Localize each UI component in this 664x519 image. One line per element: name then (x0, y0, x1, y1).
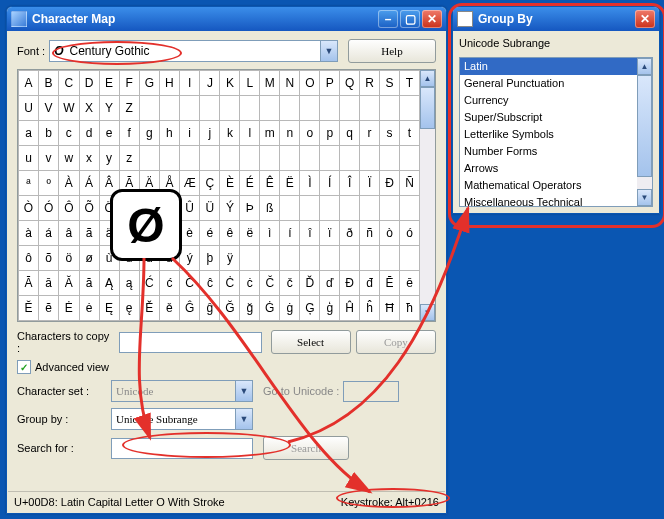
char-cell[interactable]: y (99, 146, 119, 171)
char-cell[interactable]: ĕ (39, 296, 59, 321)
char-cell[interactable]: I (179, 71, 200, 96)
scroll-up-icon[interactable]: ▲ (420, 70, 435, 87)
char-cell[interactable]: k (220, 121, 240, 146)
char-cell[interactable]: ì (260, 221, 280, 246)
char-cell[interactable]: ħ (399, 296, 419, 321)
char-cell[interactable]: Z (119, 96, 139, 121)
char-cell[interactable]: J (200, 71, 220, 96)
char-cell[interactable]: Û (179, 196, 200, 221)
char-cell[interactable]: H (159, 71, 179, 96)
list-item[interactable]: Super/Subscript (460, 109, 652, 126)
char-cell[interactable]: e (99, 121, 119, 146)
char-cell[interactable]: ğ (240, 296, 260, 321)
char-cell[interactable]: b (39, 121, 59, 146)
char-cell[interactable] (399, 96, 419, 121)
char-cell[interactable] (240, 246, 260, 271)
char-cell[interactable]: Y (99, 96, 119, 121)
char-cell[interactable] (300, 196, 320, 221)
char-cell[interactable]: Ç (200, 171, 220, 196)
copy-button[interactable]: Copy (356, 330, 436, 354)
char-cell[interactable]: w (59, 146, 79, 171)
scroll-down-icon[interactable]: ▼ (420, 304, 435, 321)
scroll-down-icon[interactable]: ▼ (637, 189, 652, 206)
titlebar[interactable]: Group By ✕ (453, 7, 659, 31)
char-cell[interactable]: X (79, 96, 99, 121)
char-cell[interactable]: o (300, 121, 320, 146)
char-cell[interactable]: p (320, 121, 340, 146)
char-cell[interactable]: Ă (59, 271, 79, 296)
char-cell[interactable]: Ì (300, 171, 320, 196)
char-cell[interactable]: Ā (19, 271, 39, 296)
char-cell[interactable]: l (240, 121, 260, 146)
char-cell[interactable] (260, 146, 280, 171)
char-cell[interactable]: ď (320, 271, 340, 296)
char-cell[interactable]: Ê (260, 171, 280, 196)
char-cell[interactable]: Ģ (300, 296, 320, 321)
char-cell[interactable]: Ý (220, 196, 240, 221)
advanced-view-checkbox[interactable]: ✓ Advanced view (17, 360, 109, 374)
char-cell[interactable]: ø (79, 246, 99, 271)
char-cell[interactable]: Ó (39, 196, 59, 221)
char-cell[interactable]: i (179, 121, 200, 146)
char-cell[interactable]: Í (320, 171, 340, 196)
list-item[interactable]: Currency (460, 92, 652, 109)
char-cell[interactable]: A (19, 71, 39, 96)
char-cell[interactable]: c (59, 121, 79, 146)
char-cell[interactable] (360, 196, 380, 221)
char-cell[interactable]: ý (179, 246, 200, 271)
char-cell[interactable]: Î (340, 171, 360, 196)
char-cell[interactable]: Ĥ (340, 296, 360, 321)
char-cell[interactable]: v (39, 146, 59, 171)
search-input[interactable] (111, 438, 253, 459)
char-cell[interactable]: Q (340, 71, 360, 96)
char-cell[interactable]: Æ (179, 171, 200, 196)
char-cell[interactable]: Đ (340, 271, 360, 296)
char-cell[interactable]: Ę (99, 296, 119, 321)
char-cell[interactable]: E (99, 71, 119, 96)
char-cell[interactable] (280, 246, 300, 271)
char-cell[interactable] (340, 146, 360, 171)
char-cell[interactable]: ă (79, 271, 99, 296)
char-cell[interactable] (220, 146, 240, 171)
char-cell[interactable]: d (79, 121, 99, 146)
char-cell[interactable] (240, 146, 260, 171)
char-cell[interactable]: S (380, 71, 400, 96)
char-cell[interactable] (200, 96, 220, 121)
char-cell[interactable]: č (280, 271, 300, 296)
char-cell[interactable]: B (39, 71, 59, 96)
minimize-button[interactable]: – (378, 10, 398, 28)
char-cell[interactable] (179, 146, 200, 171)
char-cell[interactable] (320, 146, 340, 171)
char-cell[interactable] (320, 196, 340, 221)
list-item[interactable]: Number Forms (460, 143, 652, 160)
list-scrollbar[interactable]: ▲ ▼ (637, 58, 652, 206)
char-cell[interactable]: ÿ (220, 246, 240, 271)
char-cell[interactable] (220, 96, 240, 121)
char-cell[interactable] (280, 146, 300, 171)
char-cell[interactable]: R (360, 71, 380, 96)
char-cell[interactable] (399, 196, 419, 221)
char-cell[interactable]: ě (159, 296, 179, 321)
char-cell[interactable]: Ñ (399, 171, 419, 196)
list-item[interactable]: Miscellaneous Technical (460, 194, 652, 207)
char-cell[interactable]: C (59, 71, 79, 96)
char-cell[interactable]: Ą (99, 271, 119, 296)
char-cell[interactable]: Ć (139, 271, 159, 296)
char-cell[interactable]: ę (119, 296, 139, 321)
char-cell[interactable]: Õ (79, 196, 99, 221)
search-button[interactable]: Search (263, 436, 349, 460)
char-cell[interactable] (380, 246, 400, 271)
char-cell[interactable]: Ð (380, 171, 400, 196)
char-cell[interactable] (280, 96, 300, 121)
char-cell[interactable]: É (240, 171, 260, 196)
char-cell[interactable]: º (39, 171, 59, 196)
char-cell[interactable]: s (380, 121, 400, 146)
char-cell[interactable] (300, 96, 320, 121)
char-cell[interactable]: Ò (19, 196, 39, 221)
char-cell[interactable]: î (300, 221, 320, 246)
char-cell[interactable]: þ (200, 246, 220, 271)
char-cell[interactable]: Ē (380, 271, 400, 296)
char-cell[interactable] (200, 146, 220, 171)
char-cell[interactable]: ė (79, 296, 99, 321)
char-cell[interactable] (240, 96, 260, 121)
